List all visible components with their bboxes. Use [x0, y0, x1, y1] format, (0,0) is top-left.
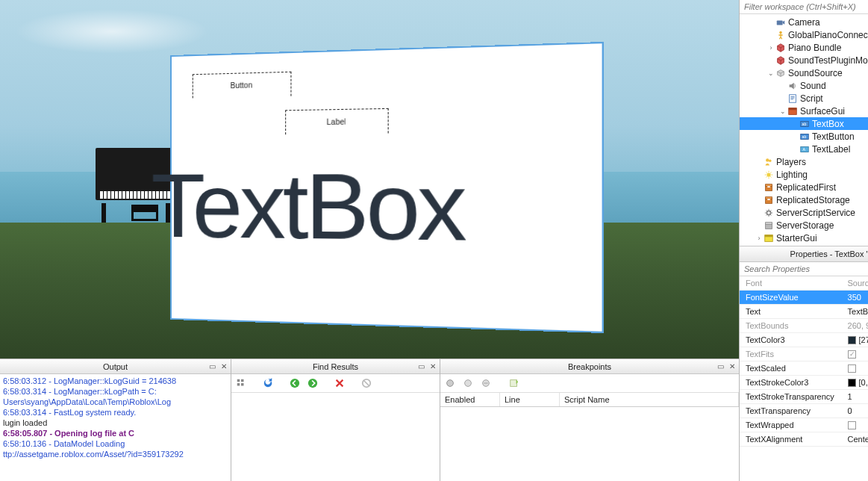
tree-item-soundtestpluginmodel[interactable]: SoundTestPluginModel — [740, 54, 868, 66]
bp-goto-icon[interactable] — [508, 376, 521, 390]
output-line: lugin loaded — [3, 418, 228, 428]
bp-delete-icon[interactable] — [479, 376, 493, 390]
properties-panel: FontSourceSansFontSizeValue350TextTextBo… — [740, 262, 868, 481]
bp-toggle-icon[interactable] — [461, 376, 475, 390]
property-value[interactable]: Center — [843, 435, 868, 444]
tree-item-serverscriptservice[interactable]: ServerScriptService — [740, 206, 868, 219]
bp-new-icon[interactable] — [443, 376, 457, 390]
property-row-textwrapped[interactable]: TextWrapped — [740, 418, 868, 432]
3d-viewport[interactable]: Button Label TextBox — [0, 0, 739, 359]
tree-item-camera[interactable]: Camera — [740, 16, 868, 28]
expand-toggle[interactable]: ⌄ — [778, 108, 787, 115]
column-header[interactable]: Enabled — [440, 393, 500, 406]
find-results-header[interactable]: Find Results ▭ ✕ — [231, 359, 440, 374]
tree-item-label: TextBox — [812, 119, 844, 129]
breakpoints-toolbar — [440, 374, 739, 393]
svg-rect-0 — [237, 379, 240, 382]
breakpoints-body[interactable] — [440, 407, 739, 481]
tree-item-replicatedfirst[interactable]: ReplicatedFirst — [740, 181, 868, 193]
property-row-fontsizevalue[interactable]: FontSizeValue350 — [740, 291, 868, 305]
next-icon[interactable] — [306, 376, 319, 390]
disabled-icon — [360, 376, 373, 390]
checkbox[interactable] — [848, 364, 856, 373]
textbox-icon — [799, 119, 810, 129]
output-line: 6:58:03.314 - FastLog system ready. — [3, 407, 228, 418]
close-icon[interactable]: ✕ — [727, 361, 737, 371]
property-value[interactable] — [843, 364, 868, 373]
camera-icon — [775, 17, 786, 28]
property-row-textcolor3[interactable]: TextColor3[27, 42, 53] — [740, 333, 868, 347]
property-value[interactable]: [27, 42, 53] — [843, 335, 868, 344]
tree-item-serverstorage[interactable]: ServerStorage — [740, 219, 868, 232]
script-icon — [787, 93, 798, 104]
property-key: TextStrokeColor3 — [740, 378, 843, 387]
property-value: 260, 96 — [843, 321, 868, 330]
property-value[interactable]: 0 — [843, 406, 868, 415]
tree-item-globalpianoconnector[interactable]: GlobalPianoConnector — [740, 28, 868, 41]
property-row-textxalignment[interactable]: TextXAlignmentCenter — [740, 432, 868, 447]
properties-grid[interactable]: FontSourceSansFontSizeValue350TextTextBo… — [740, 276, 868, 481]
expand-toggle[interactable]: › — [766, 44, 775, 52]
tree-item-textbox[interactable]: TextBox — [740, 117, 868, 130]
find-all-icon[interactable] — [234, 376, 248, 390]
output-body[interactable]: 6:58:03.312 - LogManager::kLogGuid = 214… — [0, 374, 231, 481]
tree-item-label: GlobalPianoConnector — [788, 30, 868, 40]
tree-item-lighting[interactable]: Lighting — [740, 168, 868, 181]
refresh-icon[interactable] — [261, 376, 275, 390]
tree-item-surfacegui[interactable]: ⌄SurfaceGui — [740, 105, 868, 117]
tree-item-script[interactable]: Script — [740, 92, 868, 105]
checkbox[interactable] — [848, 421, 856, 429]
tree-item-piano-bundle[interactable]: ›Piano Bundle — [740, 41, 868, 54]
column-header[interactable]: Line — [500, 393, 560, 406]
storage-icon — [764, 195, 774, 205]
output-line: ttp://assetgame.roblox.com/Asset/?id=359… — [3, 449, 228, 459]
property-row-textstroketransparency[interactable]: TextStrokeTransparency1 — [740, 390, 868, 404]
close-icon[interactable]: ✕ — [219, 361, 229, 371]
property-value[interactable]: [0, 0, 0] — [843, 378, 868, 387]
tree-item-label: SurfaceGui — [800, 106, 845, 117]
prev-icon[interactable] — [288, 376, 302, 390]
property-key: Text — [740, 307, 843, 316]
tree-item-startergui[interactable]: ›StarterGui — [740, 232, 868, 244]
expand-toggle[interactable]: › — [755, 235, 764, 242]
property-row-textscaled[interactable]: TextScaled — [740, 361, 868, 376]
textlabel-icon — [799, 144, 810, 155]
output-title: Output — [103, 362, 128, 371]
close-icon[interactable]: ✕ — [428, 361, 438, 371]
tree-item-players[interactable]: Players — [740, 155, 868, 168]
property-value[interactable]: TextBox — [843, 307, 868, 316]
property-row-text[interactable]: TextTextBox — [740, 305, 868, 319]
property-row-textstrokecolor3[interactable]: TextStrokeColor3[0, 0, 0] — [740, 376, 868, 390]
svg-rect-1 — [241, 379, 244, 382]
breakpoints-header[interactable]: Breakpoints ▭ ✕ — [440, 359, 739, 374]
properties-header[interactable]: Properties - TextBox "TextBox" ▭ ✕ — [740, 246, 868, 262]
billboard-button: Button — [193, 72, 292, 99]
undock-icon[interactable]: ▭ — [416, 361, 426, 371]
svg-point-7 — [447, 380, 454, 387]
tree-item-label: Lighting — [776, 170, 808, 180]
tree-item-textlabel[interactable]: TextLabel — [740, 143, 868, 155]
explorer-search-input[interactable] — [740, 0, 868, 14]
svg-rect-10 — [511, 380, 517, 387]
clear-icon[interactable] — [333, 376, 346, 390]
property-value: SourceSans — [843, 279, 868, 288]
find-results-body[interactable] — [231, 393, 440, 481]
model-icon — [775, 43, 786, 53]
property-value[interactable] — [843, 421, 868, 429]
tree-item-textbutton[interactable]: TextButton — [740, 130, 868, 143]
tree-item-soundsource[interactable]: ⌄SoundSource — [740, 66, 868, 79]
tree-item-sound[interactable]: Sound — [740, 79, 868, 92]
property-value[interactable]: 1 — [843, 392, 868, 401]
property-row-texttransparency[interactable]: TextTransparency0 — [740, 404, 868, 418]
output-line: 6:58:03.314 - LogManager::kLogPath = C: — [3, 386, 228, 397]
output-header[interactable]: Output ▭ ✕ — [0, 359, 231, 374]
undock-icon[interactable]: ▭ — [715, 361, 725, 371]
column-header[interactable]: Script Name — [560, 393, 739, 406]
tree-item-replicatedstorage[interactable]: ReplicatedStorage — [740, 193, 868, 206]
expand-toggle[interactable]: ⌄ — [766, 69, 775, 77]
undock-icon[interactable]: ▭ — [207, 361, 217, 371]
property-value[interactable]: 350 — [843, 293, 868, 302]
explorer-tree[interactable]: CameraGlobalPianoConnector›Piano BundleS… — [740, 14, 868, 246]
properties-search-input[interactable] — [740, 262, 868, 276]
property-row-textfits: TextFits — [740, 347, 868, 361]
